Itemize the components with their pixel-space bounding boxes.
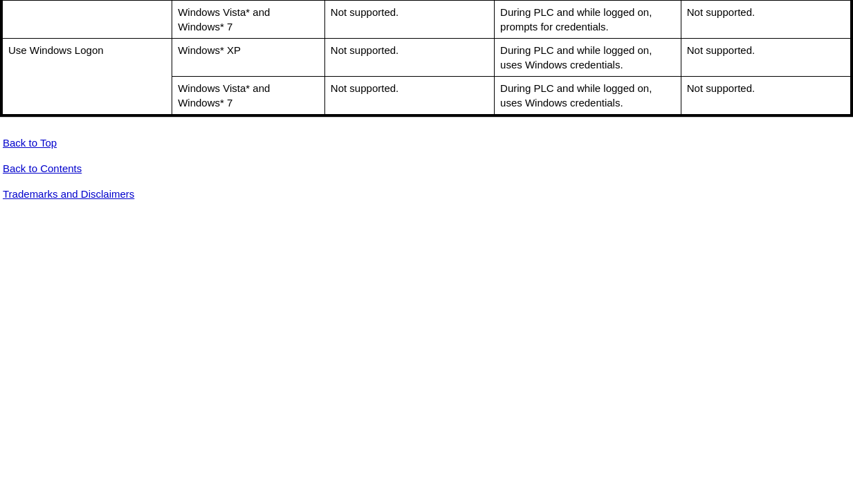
- cell-r2-c1: Use Windows Logon: [3, 39, 172, 115]
- page-wrapper: Windows Vista* and Windows* 7 Not suppor…: [0, 0, 853, 221]
- cell-r2-c4: During PLC and while logged on, uses Win…: [495, 39, 681, 77]
- horizontal-divider: [0, 117, 853, 118]
- cell-r1-c4: During PLC and while logged on, prompts …: [495, 1, 681, 39]
- cell-r2-c5: Not supported.: [681, 39, 850, 77]
- cell-r3-c5: Not supported.: [681, 77, 850, 115]
- cell-r1-c1: [3, 1, 172, 39]
- cell-r2-c2: Windows* XP: [172, 39, 325, 77]
- main-table: Windows Vista* and Windows* 7 Not suppor…: [2, 0, 851, 115]
- cell-r2-c3: Not supported.: [324, 39, 494, 77]
- back-to-contents-link[interactable]: Back to Contents: [3, 162, 850, 174]
- table-row: Windows Vista* and Windows* 7 Not suppor…: [3, 1, 851, 39]
- cell-r3-c3: Not supported.: [324, 77, 494, 115]
- back-to-top-link[interactable]: Back to Top: [3, 137, 850, 149]
- footer-links: Back to Top Back to Contents Trademarks …: [0, 123, 853, 221]
- cell-r1-c3: Not supported.: [324, 1, 494, 39]
- cell-r1-c5: Not supported.: [681, 1, 850, 39]
- table-container: Windows Vista* and Windows* 7 Not suppor…: [0, 0, 853, 117]
- trademarks-link[interactable]: Trademarks and Disclaimers: [3, 188, 850, 200]
- cell-r1-c2: Windows Vista* and Windows* 7: [172, 1, 325, 39]
- table-row: Use Windows Logon Windows* XP Not suppor…: [3, 39, 851, 77]
- cell-r3-c4: During PLC and while logged on, uses Win…: [495, 77, 681, 115]
- cell-r3-c2: Windows Vista* and Windows* 7: [172, 77, 325, 115]
